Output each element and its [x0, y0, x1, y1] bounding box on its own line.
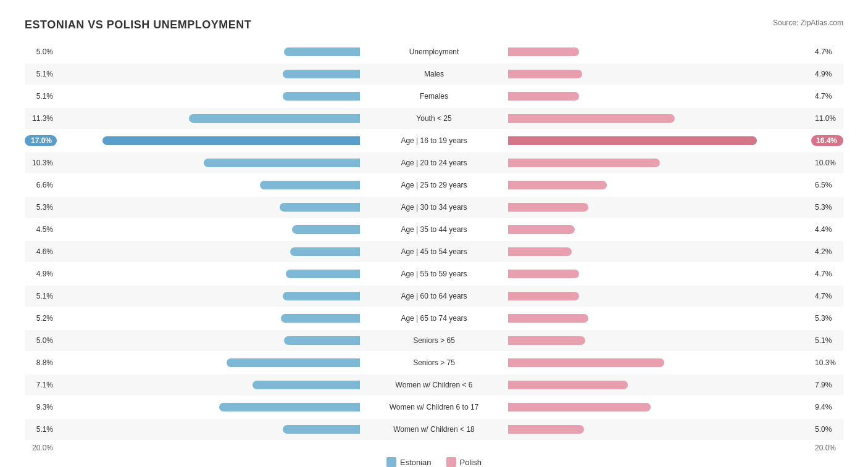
chart-row: 11.3%Youth < 2511.0%	[25, 108, 843, 129]
legend-label-polish: Polish	[460, 458, 482, 467]
right-bar	[508, 336, 585, 345]
left-bar-container	[57, 89, 360, 103]
left-bar-container	[57, 423, 360, 436]
left-bar-container	[57, 134, 360, 147]
right-value: 10.0%	[811, 159, 843, 167]
legend: Estonian Polish	[25, 457, 843, 467]
center-label: Age | 16 to 19 years	[360, 136, 508, 145]
center-label: Age | 65 to 74 years	[360, 314, 508, 323]
right-bar-container	[508, 378, 811, 392]
left-bar-container	[57, 378, 360, 392]
chart-row: 5.3%Age | 30 to 34 years5.3%	[25, 197, 843, 218]
center-label: Males	[360, 70, 508, 78]
chart-row: 7.1%Women w/ Children < 67.9%	[25, 374, 843, 395]
right-bar	[508, 270, 579, 278]
left-bar	[260, 181, 360, 189]
chart-row: 17.0%Age | 16 to 19 years16.4%	[25, 130, 843, 151]
chart-row: 6.6%Age | 25 to 29 years6.5%	[25, 175, 843, 196]
chart-row: 4.6%Age | 45 to 54 years4.2%	[25, 241, 843, 262]
legend-item-estonian: Estonian	[386, 457, 432, 467]
left-value: 6.6%	[25, 181, 57, 189]
right-bar-container	[508, 223, 811, 236]
left-bar	[283, 92, 360, 101]
left-bar	[286, 270, 360, 278]
left-value: 7.1%	[25, 381, 57, 389]
right-value: 10.3%	[811, 358, 843, 367]
left-bar	[227, 358, 360, 367]
chart-row: 5.1%Males4.9%	[25, 64, 843, 85]
legend-item-polish: Polish	[446, 457, 482, 467]
chart-row: 5.0%Unemployment4.7%	[25, 41, 843, 62]
right-bar	[508, 381, 628, 389]
chart-source: Source: ZipAtlas.com	[773, 19, 843, 27]
right-bar	[508, 203, 588, 212]
chart-row: 4.9%Age | 55 to 59 years4.7%	[25, 263, 843, 284]
right-bar-container	[508, 356, 811, 370]
chart-row: 9.3%Women w/ Children 6 to 179.4%	[25, 397, 843, 418]
right-value: 7.9%	[811, 381, 843, 389]
center-label: Age | 55 to 59 years	[360, 270, 508, 278]
left-value: 4.5%	[25, 225, 57, 234]
left-value: 5.1%	[25, 70, 57, 78]
right-bar	[508, 425, 584, 434]
right-bar-container	[508, 312, 811, 325]
right-bar-container	[508, 156, 811, 170]
left-bar	[189, 114, 360, 123]
center-label: Women w/ Children < 6	[360, 381, 508, 389]
left-bar-container	[57, 156, 360, 170]
right-bar	[508, 159, 660, 167]
chart-header: ESTONIAN VS POLISH UNEMPLOYMENT Source: …	[25, 19, 843, 31]
left-value: 5.3%	[25, 203, 57, 212]
center-label: Age | 25 to 29 years	[360, 181, 508, 189]
chart-body: 5.0%Unemployment4.7%5.1%Males4.9%5.1%Fem…	[25, 41, 843, 440]
chart-row: 5.1%Females4.7%	[25, 86, 843, 107]
center-label: Seniors > 75	[360, 358, 508, 367]
center-label: Age | 60 to 64 years	[360, 292, 508, 300]
chart-row: 5.1%Women w/ Children < 185.0%	[25, 419, 843, 440]
left-value: 4.6%	[25, 247, 57, 256]
left-bar	[290, 247, 360, 256]
right-bar	[508, 403, 651, 411]
center-label: Age | 45 to 54 years	[360, 247, 508, 256]
right-bar-container	[508, 67, 811, 81]
right-value: 4.7%	[811, 292, 843, 300]
right-bar-container	[508, 178, 811, 192]
right-value: 4.7%	[811, 92, 843, 101]
right-value: 4.2%	[811, 247, 843, 256]
left-value: 9.3%	[25, 403, 57, 411]
right-bar	[508, 314, 588, 323]
right-value: 6.5%	[811, 181, 843, 189]
left-bar-container	[57, 178, 360, 192]
left-bar	[292, 225, 360, 234]
center-label: Age | 35 to 44 years	[360, 225, 508, 234]
right-bar-container	[508, 112, 811, 125]
right-bar	[508, 92, 579, 101]
right-bar-container	[508, 89, 811, 103]
left-bar-container	[57, 334, 360, 347]
left-bar-container	[57, 356, 360, 370]
left-bar-container	[57, 312, 360, 325]
right-value: 4.7%	[811, 48, 843, 56]
right-value: 11.0%	[811, 114, 843, 123]
right-bar	[508, 247, 572, 256]
right-bar-container	[508, 334, 811, 347]
chart-title: ESTONIAN VS POLISH UNEMPLOYMENT	[25, 19, 251, 31]
center-label: Seniors > 65	[360, 336, 508, 345]
right-value: 5.3%	[811, 314, 843, 323]
left-value: 8.8%	[25, 358, 57, 367]
right-bar-container	[508, 423, 811, 436]
left-value: 11.3%	[25, 114, 57, 123]
right-value: 5.3%	[811, 203, 843, 212]
left-bar	[283, 292, 360, 300]
left-bar-container	[57, 67, 360, 81]
left-bar	[219, 403, 360, 411]
chart-row: 5.0%Seniors > 655.1%	[25, 330, 843, 351]
legend-box-polish	[446, 457, 456, 467]
left-bar-container	[57, 223, 360, 236]
right-bar	[508, 181, 607, 189]
right-bar	[508, 358, 664, 367]
left-bar	[280, 203, 360, 212]
chart-row: 5.1%Age | 60 to 64 years4.7%	[25, 286, 843, 307]
left-bar	[281, 314, 360, 323]
left-value: 10.3%	[25, 159, 57, 167]
